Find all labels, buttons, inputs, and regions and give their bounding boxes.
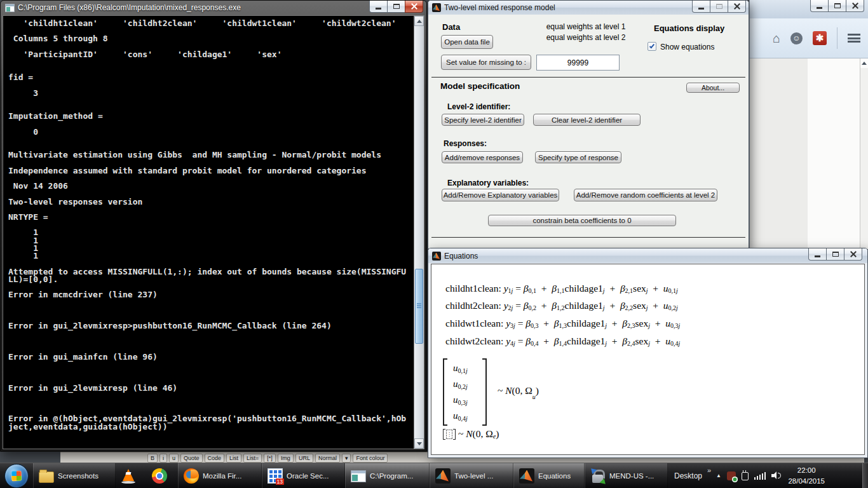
right-bracket — [482, 358, 487, 426]
scrollbar-thumb[interactable] — [415, 269, 423, 344]
editor-toolbar-button[interactable]: Normal — [315, 454, 340, 463]
browser-window-fragment: ⌂☺✱ — [749, 0, 868, 249]
editor-toolbar-button[interactable]: [*] — [264, 454, 276, 463]
add-remove-responses-button[interactable]: Add/remove responses — [442, 151, 523, 163]
scroll-down-icon[interactable] — [414, 438, 424, 449]
editor-toolbar-button[interactable]: B — [147, 454, 158, 463]
console-close-button[interactable] — [405, 1, 423, 13]
about-button[interactable]: About... — [686, 83, 740, 93]
restore-icon — [393, 4, 400, 9]
editor-toolbar-button[interactable]: Img — [278, 454, 294, 463]
u-vector-entry: u0,2j — [453, 376, 468, 392]
missing-value-input[interactable] — [536, 55, 620, 71]
browser-restore-button[interactable] — [828, 0, 846, 12]
taskbar-item-label: Mozilla Fir... — [203, 472, 241, 480]
equation-row: childht2clean: y2j = β0,2 + β1,2childage… — [445, 297, 680, 315]
scroll-up-icon[interactable] — [860, 58, 868, 68]
specify-level2-button[interactable]: Specify level-2 identifier — [442, 114, 524, 126]
menu-icon[interactable] — [848, 34, 860, 43]
network-signal-icon[interactable] — [754, 471, 766, 480]
taskbar-item-equations[interactable]: Equations — [513, 463, 585, 488]
editor-toolbar-button[interactable]: u — [169, 454, 179, 463]
taskbar-item-mend-us[interactable]: MEND-US -... — [585, 463, 668, 488]
taskbar-item-screenshots[interactable]: Screenshots — [33, 463, 116, 488]
chat-icon[interactable]: ☺ — [790, 32, 803, 44]
specify-type-button[interactable]: Specify type of response — [535, 151, 621, 163]
equations-client-area: childht1clean: y1j = β0,1 + β1,1childage… — [431, 264, 865, 455]
equations-close-button[interactable] — [844, 248, 862, 261]
browser-close-button[interactable] — [846, 0, 864, 12]
desktop-toolbar[interactable]: Desktop » — [674, 471, 711, 480]
divider — [431, 77, 745, 78]
add-remove-explanatory-button[interactable]: Add/Remove Explanatory variables — [442, 189, 559, 201]
maximize-icon — [832, 252, 839, 257]
tray-expand-icon[interactable]: ▲ — [716, 473, 721, 478]
model-minimize-button[interactable] — [692, 1, 710, 13]
volume-icon[interactable] — [771, 471, 782, 480]
equations-maximize-button[interactable] — [826, 248, 844, 261]
model-close-button[interactable] — [728, 1, 746, 13]
model-spec-label: Model specification — [440, 81, 520, 91]
scroll-up-icon[interactable] — [414, 16, 424, 26]
close-icon — [851, 2, 859, 10]
taskbar-item-two-level[interactable]: Two-level ... — [430, 463, 513, 488]
taskbar-item-chrome[interactable] — [147, 463, 178, 488]
editor-toolbar-button[interactable]: i — [159, 454, 167, 463]
sync-tray-icon[interactable] — [727, 471, 736, 480]
show-equations-checkbox[interactable] — [648, 42, 656, 51]
matlab-icon — [432, 252, 441, 261]
console-titlebar[interactable]: C:\Program Files (x86)\Realcom\Imputatio… — [1, 1, 426, 15]
system-tray: ▲ — [716, 471, 782, 480]
equations-titlebar[interactable]: Equations — [428, 248, 867, 263]
minimize-icon — [698, 8, 704, 10]
model-maximize-button[interactable] — [710, 1, 728, 13]
console-icon — [351, 470, 366, 482]
start-button[interactable] — [4, 464, 29, 488]
chevron-icon[interactable]: » — [707, 466, 711, 474]
maximize-icon — [716, 4, 722, 9]
editor-toolbar-button[interactable]: Font colour — [353, 454, 388, 463]
lastpass-icon[interactable]: ✱ — [813, 31, 827, 45]
console-minimize-button[interactable] — [369, 1, 388, 13]
taskbar-clock[interactable]: 22:00 28/04/2015 — [788, 465, 825, 486]
set-missing-button[interactable]: Set value for missing to : — [441, 55, 531, 70]
editor-toolbar-button[interactable]: List= — [243, 454, 262, 463]
taskbar-item-label: Two-level ... — [454, 472, 493, 480]
lock-icon — [590, 468, 606, 484]
editor-toolbar-button[interactable]: ▾ — [342, 454, 351, 463]
editor-toolbar-button[interactable]: Code — [205, 454, 225, 463]
u-distribution-block: u0,1ju0,2ju0,3ju0,4j ~ N(0, Ωu) — [443, 358, 570, 426]
model-window-title: Two-level mixed response model — [444, 3, 555, 12]
open-data-file-button[interactable]: Open data file — [441, 35, 493, 49]
console-scrollbar[interactable] — [414, 15, 424, 449]
add-remove-random-button[interactable]: Add/Remove random coefficients at level … — [574, 189, 717, 201]
e-distribution-line: ⋮ ~ N(0, Ωe) — [443, 428, 499, 440]
home-icon[interactable]: ⌂ — [773, 32, 780, 44]
console-window: C:\Program Files (x86)\Realcom\Imputatio… — [0, 0, 427, 452]
equation-row: childht1clean: y1j = β0,1 + β1,1childage… — [445, 280, 680, 297]
editor-toolbar-button[interactable]: List — [226, 454, 241, 463]
equations-minimize-button[interactable] — [808, 248, 827, 261]
clear-level2-button[interactable]: Clear level-2 identifier — [533, 114, 641, 126]
editor-toolbar-button[interactable]: URL — [295, 454, 313, 463]
console-restore-button[interactable] — [387, 1, 405, 13]
u-distribution-text: ~ N(0, Ωu) — [498, 385, 539, 396]
taskbar-item-oracle[interactable]: 13Oracle Sec... — [262, 463, 345, 488]
constrain-beta-button[interactable]: constrain beta coefficients to 0 — [488, 215, 676, 226]
console-client-area: 'childht1clean' 'childht2clean' 'childwt… — [3, 15, 414, 449]
taskbar-item-vlc[interactable] — [116, 463, 147, 488]
show-desktop-button[interactable] — [862, 463, 868, 488]
badge: 13 — [276, 478, 284, 485]
equation-list: childht1clean: y1j = β0,1 + β1,1childage… — [445, 280, 680, 349]
clock-date: 28/04/2015 — [788, 476, 825, 487]
level2-identifier-label: Level-2 identifier: — [447, 102, 510, 111]
browser-scrollbar[interactable] — [860, 58, 868, 249]
editor-toolbar-button[interactable]: Quote — [180, 454, 203, 463]
power-tray-icon[interactable] — [742, 472, 749, 480]
browser-minimize-button[interactable] — [810, 0, 829, 12]
vlc-icon — [121, 468, 136, 484]
divider — [431, 237, 745, 238]
taskbar-item-console[interactable]: C:\Program... — [345, 463, 430, 488]
matlab-icon — [435, 468, 451, 484]
taskbar-item-firefox[interactable]: Mozilla Fir... — [178, 463, 262, 488]
